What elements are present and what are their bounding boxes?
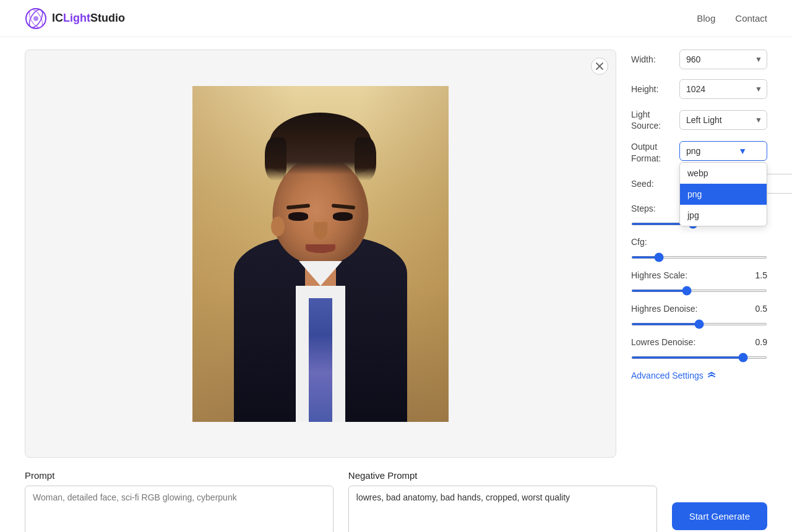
width-label: Width:: [631, 54, 674, 64]
lowres-denoise-value: 0.9: [755, 337, 767, 347]
highres-scale-slider-row: Highres Scale: 1.5: [631, 270, 767, 294]
logo: ICLightStudio: [25, 7, 125, 30]
close-button[interactable]: [591, 58, 608, 75]
output-format-select-wrapper[interactable]: png ▼ webp png jpg: [679, 141, 767, 161]
output-format-label: OutputFormat:: [631, 141, 674, 163]
output-format-dropdown: webp png jpg: [679, 162, 767, 226]
output-format-value: png: [686, 146, 700, 156]
logo-studio: Studio: [90, 12, 125, 24]
main-content: Width: 960 ▼ Height: 1024 ▼ LightSource:: [0, 37, 792, 470]
lowres-denoise-label: Lowres Denoise:: [631, 337, 695, 347]
height-field-row: Height: 1024 ▼: [631, 79, 767, 99]
generate-button[interactable]: Start Generate: [672, 502, 767, 530]
highres-scale-header: Highres Scale: 1.5: [631, 270, 767, 280]
height-label: Height:: [631, 84, 674, 94]
seed-label: Seed:: [631, 179, 674, 189]
light-source-label: LightSource:: [631, 109, 674, 131]
bottom-section: Prompt The main foreground image to be r…: [0, 470, 792, 532]
steps-label: Steps:: [631, 204, 656, 213]
output-format-select[interactable]: png ▼: [679, 141, 767, 161]
output-format-field-row: OutputFormat: png ▼ webp png jpg: [631, 141, 767, 163]
right-panel: Width: 960 ▼ Height: 1024 ▼ LightSource:: [631, 49, 767, 380]
nav-contact[interactable]: Contact: [735, 13, 767, 24]
highres-denoise-label: Highres Denoise:: [631, 304, 697, 314]
header: ICLightStudio Blog Contact: [0, 0, 792, 37]
cfg-slider[interactable]: [631, 256, 767, 259]
highres-scale-value: 1.5: [755, 270, 767, 280]
highres-scale-label: Highres Scale:: [631, 270, 687, 280]
output-format-option-jpg[interactable]: jpg: [680, 205, 767, 226]
width-select-wrapper: 960 ▼: [679, 49, 767, 69]
highres-denoise-slider[interactable]: [631, 323, 767, 325]
portrait-image: [192, 86, 449, 422]
logo-light: Light: [63, 12, 90, 24]
output-format-dropdown-icon: ▼: [738, 146, 747, 156]
highres-denoise-slider-row: Highres Denoise: 0.5: [631, 304, 767, 327]
negative-prompt-group: Negative Prompt lowres, bad anatomy, bad…: [348, 470, 657, 532]
prompt-textarea[interactable]: [25, 486, 334, 532]
height-select-wrapper: 1024 ▼: [679, 79, 767, 99]
lowres-denoise-slider-row: Lowres Denoise: 0.9: [631, 337, 767, 361]
image-panel: [25, 49, 616, 458]
negative-prompt-label: Negative Prompt: [348, 470, 657, 481]
cfg-label: Cfg:: [631, 237, 647, 247]
negative-prompt-textarea[interactable]: lowres, bad anatomy, bad hands, cropped,…: [348, 486, 657, 532]
lowres-denoise-slider[interactable]: [631, 356, 767, 359]
prompt-group: Prompt The main foreground image to be r…: [25, 470, 334, 532]
light-source-select[interactable]: Left Light Right Light Top Light Bottom …: [679, 110, 767, 130]
logo-icon: [25, 7, 47, 30]
highres-scale-slider[interactable]: [631, 290, 767, 292]
advanced-settings-label: Advanced Settings: [631, 371, 704, 380]
height-select[interactable]: 1024: [679, 79, 767, 99]
close-icon: [595, 62, 604, 71]
nav: Blog Contact: [697, 13, 767, 24]
highres-denoise-value: 0.5: [755, 304, 767, 314]
cfg-slider-row: Cfg:: [631, 237, 767, 260]
prompt-label: Prompt: [25, 470, 334, 481]
light-source-select-wrapper: Left Light Right Light Top Light Bottom …: [679, 110, 767, 130]
width-select[interactable]: 960: [679, 49, 767, 69]
logo-ic: IC: [52, 12, 63, 24]
highres-denoise-header: Highres Denoise: 0.5: [631, 304, 767, 314]
light-source-field-row: LightSource: Left Light Right Light Top …: [631, 109, 767, 131]
advanced-settings-icon: [707, 371, 716, 380]
lowres-denoise-header: Lowres Denoise: 0.9: [631, 337, 767, 347]
nav-blog[interactable]: Blog: [697, 13, 715, 24]
width-field-row: Width: 960 ▼: [631, 49, 767, 69]
output-format-option-webp[interactable]: webp: [680, 163, 767, 184]
advanced-settings-link[interactable]: Advanced Settings: [631, 371, 767, 380]
cfg-slider-header: Cfg:: [631, 237, 767, 247]
logo-text: ICLightStudio: [52, 12, 125, 25]
svg-point-3: [33, 16, 38, 21]
output-format-option-png[interactable]: png: [680, 184, 767, 205]
